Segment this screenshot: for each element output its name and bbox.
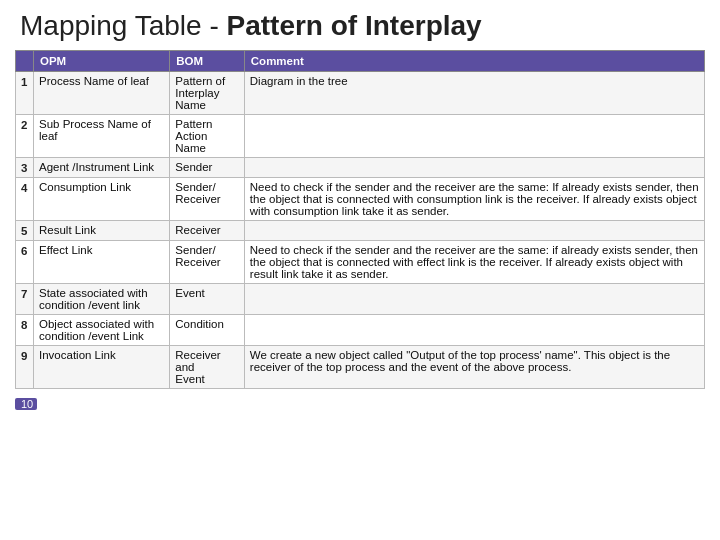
- table-header-row: OPM BOM Comment: [16, 51, 705, 72]
- comment-cell: We create a new object called "Output of…: [244, 346, 704, 389]
- opm-cell: Consumption Link: [34, 178, 170, 221]
- title-prefix: Mapping Table -: [20, 10, 227, 41]
- row-number: 4: [16, 178, 34, 221]
- bom-cell: Receiver and Event: [170, 346, 245, 389]
- row-number: 8: [16, 315, 34, 346]
- comment-cell: Diagram in the tree: [244, 72, 704, 115]
- opm-cell: Sub Process Name of leaf: [34, 115, 170, 158]
- title-main: Pattern of Interplay: [227, 10, 482, 41]
- opm-cell: State associated with condition /event l…: [34, 284, 170, 315]
- header-opm: OPM: [34, 51, 170, 72]
- table-row: 9Invocation LinkReceiver and EventWe cre…: [16, 346, 705, 389]
- bom-cell: Event: [170, 284, 245, 315]
- bom-cell: Pattern Action Name: [170, 115, 245, 158]
- opm-cell: Agent /Instrument Link: [34, 158, 170, 178]
- slide-title: Mapping Table - Pattern of Interplay: [15, 10, 705, 42]
- row-number: 5: [16, 221, 34, 241]
- bom-cell: Pattern of Interplay Name: [170, 72, 245, 115]
- table-row: 6Effect LinkSender/ ReceiverNeed to chec…: [16, 241, 705, 284]
- slide-container: Mapping Table - Pattern of Interplay OPM…: [0, 0, 720, 540]
- bom-cell: Sender/ Receiver: [170, 241, 245, 284]
- table-row: 4Consumption LinkSender/ ReceiverNeed to…: [16, 178, 705, 221]
- header-num: [16, 51, 34, 72]
- row-number: 2: [16, 115, 34, 158]
- comment-cell: [244, 221, 704, 241]
- comment-cell: [244, 115, 704, 158]
- bom-cell: Receiver: [170, 221, 245, 241]
- table-row: 3Agent /Instrument LinkSender: [16, 158, 705, 178]
- comment-cell: Need to check if the sender and the rece…: [244, 241, 704, 284]
- table-row: 2Sub Process Name of leafPattern Action …: [16, 115, 705, 158]
- header-bom: BOM: [170, 51, 245, 72]
- bom-cell: Sender: [170, 158, 245, 178]
- opm-cell: Effect Link: [34, 241, 170, 284]
- table-row: 5Result LinkReceiver: [16, 221, 705, 241]
- row-number: 9: [16, 346, 34, 389]
- opm-cell: Object associated with condition /event …: [34, 315, 170, 346]
- comment-cell: Need to check if the sender and the rece…: [244, 178, 704, 221]
- row-number: 6: [16, 241, 34, 284]
- comment-cell: [244, 284, 704, 315]
- opm-cell: Process Name of leaf: [34, 72, 170, 115]
- bom-cell: Sender/ Receiver: [170, 178, 245, 221]
- comment-cell: [244, 315, 704, 346]
- row-number: 7: [16, 284, 34, 315]
- opm-cell: Result Link: [34, 221, 170, 241]
- header-comment: Comment: [244, 51, 704, 72]
- opm-cell: Invocation Link: [34, 346, 170, 389]
- bom-cell: Condition: [170, 315, 245, 346]
- mapping-table: OPM BOM Comment 1Process Name of leafPat…: [15, 50, 705, 389]
- page-number: 10: [15, 398, 37, 410]
- comment-cell: [244, 158, 704, 178]
- table-row: 8Object associated with condition /event…: [16, 315, 705, 346]
- table-row: 1Process Name of leafPattern of Interpla…: [16, 72, 705, 115]
- row-number: 1: [16, 72, 34, 115]
- row-number: 3: [16, 158, 34, 178]
- table-row: 7State associated with condition /event …: [16, 284, 705, 315]
